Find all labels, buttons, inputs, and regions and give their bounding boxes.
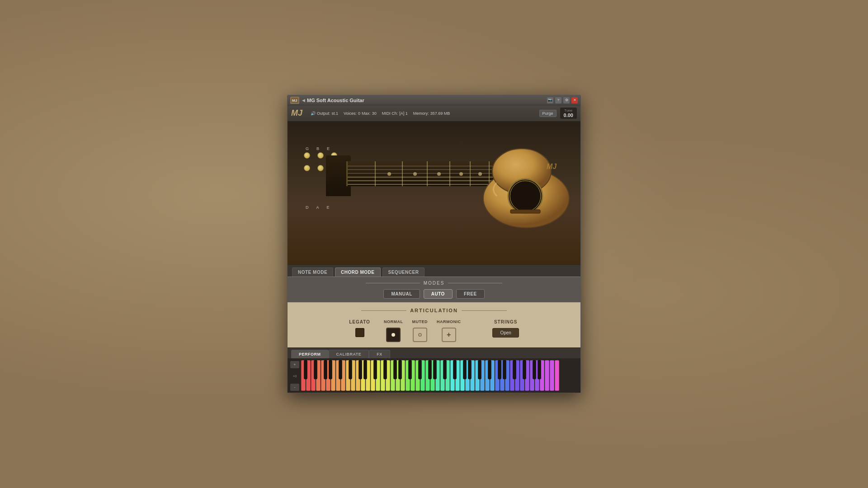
voices-value: 0 [358,111,360,116]
black-key-28[interactable] [443,360,447,379]
muted-btn-group: MUTED [412,319,428,342]
normal-label: NORMAL [384,319,403,324]
white-key-49[interactable] [545,360,549,391]
black-key-46[interactable] [533,360,536,379]
plugin-window: MJ ◀ MG Soft Acoustic Guitar 📷 ? ⚙ ✕ MJ … [287,95,581,393]
white-key-50[interactable] [550,360,554,391]
black-key-7[interactable] [339,360,342,379]
strings-label: STRINGS [494,319,517,324]
legato-control: LEGATO [349,319,370,337]
memory-value: 357.69 MB [430,111,450,116]
snapshot-btn[interactable]: 📷 [547,97,553,103]
keyboard-container [301,360,579,392]
black-key-37[interactable] [488,360,491,379]
fret-dot-4 [459,172,463,176]
black-key-35[interactable] [478,360,481,379]
fret-1 [375,161,376,186]
info-btn[interactable]: ? [555,97,561,103]
svg-rect-6 [510,210,540,213]
fret-5 [470,161,471,186]
peg-2[interactable] [317,152,324,159]
voices-label: Voices: [344,111,357,116]
muted-button[interactable] [413,328,427,342]
normal-btn-group: NORMAL [384,319,403,342]
mode-free-btn[interactable]: FREE [456,289,485,299]
piano-controls: + +0 - [289,360,300,392]
strings-button[interactable]: Open [492,328,519,338]
fret-2 [402,161,403,186]
fret-3 [427,161,428,186]
tune-section: Tune 0.00 [560,108,577,119]
black-key-47[interactable] [538,360,541,379]
black-key-26[interactable] [434,360,437,379]
black-key-12[interactable] [364,360,367,379]
peg-4[interactable] [304,165,310,171]
output-value[interactable]: st.1 [332,111,339,116]
articulation-section: ARTICULATION LEGATO NORMAL MUTED [288,302,580,347]
peg-1[interactable] [304,152,310,159]
tab-perform[interactable]: PERFORM [291,350,329,358]
legato-button[interactable] [355,328,364,337]
tab-sequencer[interactable]: SEQUENCER [382,267,425,277]
string-label-g: G [306,146,309,151]
close-btn[interactable]: ✕ [571,97,578,103]
black-key-25[interactable] [429,360,432,379]
octave-up-btn[interactable]: + [290,361,299,368]
black-key-14[interactable] [374,360,377,379]
black-key-4[interactable] [324,360,327,379]
peg-5[interactable] [317,165,324,171]
harmonic-button[interactable]: + [442,328,456,342]
fret-dot-1 [387,172,391,176]
mode-auto-btn[interactable]: AUTO [424,289,453,299]
black-key-9[interactable] [349,360,352,379]
black-key-21[interactable] [409,360,412,379]
black-key-23[interactable] [419,360,422,379]
title-controls: 📷 ? ⚙ ✕ [547,97,578,103]
midi-label: MIDI Ch: [382,111,398,116]
black-key-19[interactable] [399,360,402,379]
tab-chord-mode[interactable]: CHORD MODE [335,267,380,277]
guitar-display: G B E D A E [288,122,580,264]
black-key-0[interactable] [304,360,307,379]
tab-note-mode[interactable]: NOTE MODE [292,267,333,277]
modes-buttons: MANUAL AUTO FREE [288,289,580,299]
nav-prev-btn[interactable]: ◀ [302,98,305,103]
black-key-40[interactable] [503,360,506,379]
articulation-controls: LEGATO NORMAL MUTED HARMO [297,319,571,342]
midi-options-btn[interactable]: ⚙ [563,97,570,103]
black-key-44[interactable] [523,360,526,379]
plugin-logo: MJ [290,97,299,104]
black-key-30[interactable] [453,360,457,379]
white-key-51[interactable] [555,360,559,391]
black-key-5[interactable] [329,360,332,379]
tune-value[interactable]: 0.00 [564,113,573,118]
mode-tabs: NOTE MODE CHORD MODE SEQUENCER [288,264,580,277]
midi-value[interactable]: [A] 1 [399,111,408,116]
black-key-42[interactable] [513,360,516,379]
bottom-tabs: PERFORM CALIBRATE FX [288,347,580,358]
purge-button[interactable]: Purge [539,110,557,117]
output-info: 🔊 Output: st.1 [311,111,338,116]
string-label-a: A [316,205,319,210]
info-bar: MJ 🔊 Output: st.1 Voices: 0 Max: 30 MIDI… [288,105,580,122]
black-key-2[interactable] [314,360,317,379]
output-label: Output: [317,111,330,116]
string-label-d: D [306,205,309,210]
tune-label: Tune [564,108,572,113]
modes-title: MODES [288,281,580,286]
tab-fx[interactable]: FX [369,350,390,358]
black-key-33[interactable] [468,360,472,379]
black-key-18[interactable] [394,360,397,379]
mode-manual-btn[interactable]: MANUAL [383,289,420,299]
max-label: Max: [362,111,371,116]
tab-calibrate[interactable]: CALIBRATE [329,350,369,358]
black-key-32[interactable] [463,360,467,379]
voices-info: Voices: 0 Max: 30 [344,111,377,116]
black-key-39[interactable] [498,360,501,379]
octave-down-btn[interactable]: - [290,384,299,391]
fret-dot-2 [413,172,417,176]
black-key-16[interactable] [384,360,387,379]
normal-button[interactable] [386,328,401,342]
svg-point-4 [508,179,542,213]
black-key-11[interactable] [359,360,362,379]
